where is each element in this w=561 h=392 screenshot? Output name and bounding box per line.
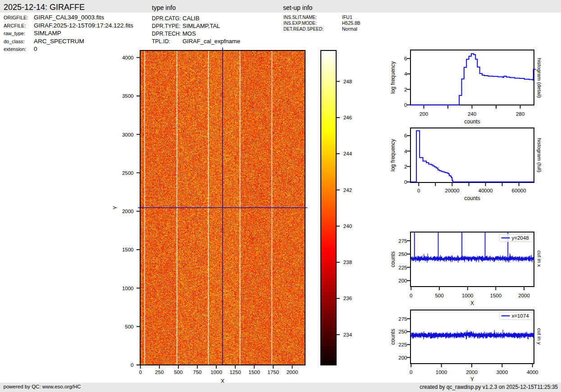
svg-text:3000: 3000 [122, 132, 134, 137]
svg-text:1750: 1750 [268, 369, 279, 375]
svg-text:0: 0 [417, 188, 420, 193]
svg-text:275: 275 [398, 238, 407, 244]
svg-text:4000: 4000 [527, 369, 538, 375]
svg-text:IFU1: IFU1 [342, 14, 352, 20]
svg-text:4: 4 [404, 149, 407, 154]
svg-text:DPR.CATG:: DPR.CATG: [152, 15, 181, 22]
svg-text:242: 242 [343, 187, 352, 193]
svg-text:250: 250 [155, 369, 164, 375]
svg-text:histogram (full): histogram (full) [537, 138, 542, 172]
svg-text:SIMLAMP: SIMLAMP [34, 30, 61, 36]
svg-text:set-up info: set-up info [283, 4, 313, 11]
svg-text:0: 0 [410, 369, 412, 375]
svg-text:X: X [470, 300, 474, 306]
svg-text:0: 0 [404, 102, 407, 108]
svg-text:INS.SLIT.NAME:: INS.SLIT.NAME: [283, 15, 317, 20]
svg-text:y=2048: y=2048 [512, 235, 529, 241]
svg-text:3500: 3500 [122, 93, 134, 99]
svg-text:1000: 1000 [436, 369, 447, 375]
svg-text:histogram (detail): histogram (detail) [537, 58, 542, 98]
svg-text:1500: 1500 [490, 293, 502, 298]
svg-text:H525.8B: H525.8B [342, 20, 360, 26]
svg-text:500: 500 [435, 293, 443, 298]
svg-text:x=1074: x=1074 [512, 313, 529, 319]
svg-text:type info: type info [152, 4, 176, 11]
svg-text:4000: 4000 [122, 55, 134, 60]
svg-text:2500: 2500 [122, 170, 134, 176]
svg-text:Y: Y [112, 206, 119, 210]
svg-text:0: 0 [34, 46, 37, 52]
svg-text:counts: counts [390, 329, 396, 345]
svg-text:200: 200 [398, 278, 407, 283]
svg-text:2000: 2000 [122, 209, 134, 214]
svg-text:1500: 1500 [122, 247, 134, 252]
svg-text:20000: 20000 [445, 188, 459, 193]
svg-text:MOS: MOS [182, 30, 196, 37]
svg-text:280: 280 [516, 111, 525, 117]
svg-text:1250: 1250 [229, 369, 241, 375]
svg-text:log frequency: log frequency [390, 139, 396, 171]
svg-text:275: 275 [398, 316, 407, 322]
svg-text:234: 234 [343, 332, 352, 337]
svg-text:cut in x: cut in x [537, 251, 542, 267]
svg-text:2: 2 [404, 164, 407, 169]
svg-text:225: 225 [398, 265, 407, 270]
svg-text:log frequency: log frequency [390, 61, 396, 94]
svg-text:200: 200 [420, 111, 428, 117]
svg-text:500: 500 [125, 324, 133, 329]
svg-text:240: 240 [468, 111, 476, 117]
svg-text:236: 236 [343, 296, 352, 301]
svg-text:1000: 1000 [462, 293, 474, 298]
svg-text:2000: 2000 [518, 293, 530, 298]
svg-text:counts: counts [464, 195, 480, 201]
svg-text:3000: 3000 [497, 369, 508, 375]
svg-text:244: 244 [343, 151, 352, 156]
svg-text:created by qc_rawdisp.py v1.2.: created by qc_rawdisp.py v1.2.3 on 2025-… [420, 384, 558, 390]
svg-text:TPL.ID:: TPL.ID: [152, 38, 170, 45]
svg-text:238: 238 [343, 260, 352, 265]
svg-text:0: 0 [139, 369, 141, 375]
svg-text:counts: counts [464, 119, 480, 125]
svg-text:GIRAF.2025-12-15T09:17:24.122.: GIRAF.2025-12-15T09:17:24.122.fits [34, 22, 133, 29]
svg-text:200: 200 [398, 355, 407, 360]
svg-text:DET.READ.SPEED:: DET.READ.SPEED: [283, 27, 324, 32]
svg-text:DPR.TECH:: DPR.TECH: [152, 31, 181, 37]
svg-text:CALIB: CALIB [182, 15, 200, 22]
svg-text:250: 250 [398, 329, 407, 334]
svg-text:250: 250 [398, 251, 407, 257]
svg-text:40000: 40000 [479, 188, 493, 193]
svg-text:2000: 2000 [287, 369, 298, 375]
svg-text:0: 0 [131, 362, 133, 368]
svg-text:225: 225 [398, 342, 407, 347]
svg-text:1000: 1000 [122, 286, 134, 291]
svg-text:ORIGFILE:: ORIGFILE: [4, 15, 28, 20]
svg-text:do_class:: do_class: [4, 39, 24, 44]
svg-text:750: 750 [193, 369, 201, 375]
svg-text:ARC_SPECTRUM: ARC_SPECTRUM [34, 38, 84, 45]
svg-text:raw_type:: raw_type: [4, 31, 25, 36]
svg-text:2: 2 [404, 87, 407, 92]
svg-text:4: 4 [404, 71, 407, 77]
svg-text:0: 0 [410, 293, 412, 298]
svg-text:248: 248 [343, 79, 352, 84]
svg-text:INS.EXP.MODE:: INS.EXP.MODE: [283, 21, 317, 26]
svg-text:1500: 1500 [249, 369, 260, 375]
svg-text:2000: 2000 [466, 369, 478, 375]
svg-text:246: 246 [343, 115, 352, 120]
svg-text:ARCFILE:: ARCFILE: [4, 23, 26, 28]
svg-text:cut in y: cut in y [537, 328, 542, 345]
svg-text:500: 500 [174, 369, 182, 375]
svg-text:DPR.TYPE:: DPR.TYPE: [152, 23, 180, 29]
svg-text:powered by QC: www.eso.org/HC: powered by QC: www.eso.org/HC [4, 384, 81, 389]
svg-text:Y: Y [470, 376, 474, 383]
svg-text:counts: counts [390, 251, 396, 267]
svg-text:1000: 1000 [210, 369, 222, 375]
svg-text:GIRAF_cal_expfname: GIRAF_cal_expfname [182, 38, 240, 45]
svg-text:0: 0 [404, 179, 407, 185]
svg-text:extension:: extension: [4, 46, 26, 52]
svg-text:SIMLAMP,TAL: SIMLAMP,TAL [182, 23, 220, 29]
svg-text:6: 6 [404, 133, 407, 138]
svg-text:Normal: Normal [342, 26, 357, 32]
svg-text:6: 6 [404, 56, 407, 61]
svg-text:240: 240 [343, 223, 352, 229]
